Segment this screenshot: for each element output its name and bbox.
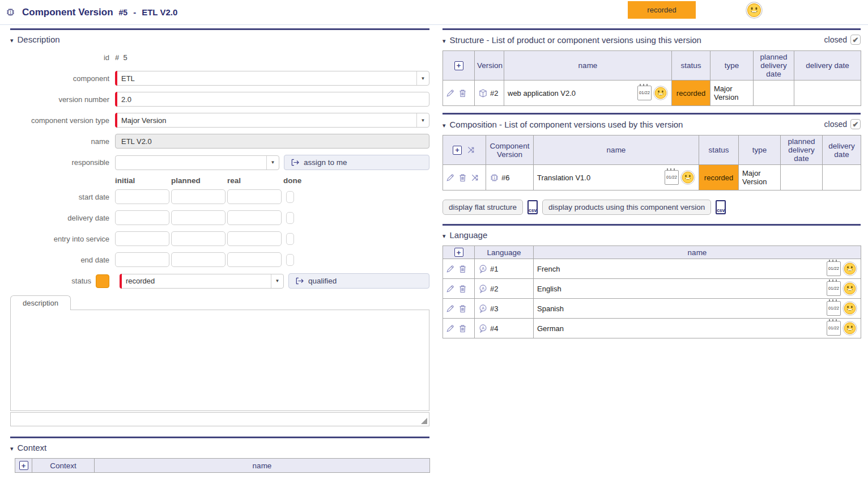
- edit-pencil-icon[interactable]: [445, 88, 455, 98]
- language-name[interactable]: German: [537, 324, 564, 333]
- description-section-header[interactable]: Description: [10, 35, 429, 44]
- component-version-type-combobox[interactable]: Major Version: [115, 113, 429, 128]
- chevron-down-icon[interactable]: [266, 156, 279, 170]
- delivery-date-done-checkbox[interactable]: [286, 212, 294, 224]
- edit-pencil-icon[interactable]: [445, 173, 455, 183]
- entry-into-service-initial-input[interactable]: [115, 231, 169, 246]
- end-date-label: end date: [10, 256, 115, 264]
- version-name[interactable]: web application V2.0: [508, 89, 576, 98]
- version-number[interactable]: #6: [501, 173, 509, 182]
- delete-trash-icon[interactable]: [458, 284, 467, 294]
- structure-status-column: status: [672, 51, 710, 81]
- add-icon[interactable]: [454, 248, 463, 257]
- delivery-date-planned-input[interactable]: [171, 210, 225, 225]
- qualified-button[interactable]: qualified: [288, 273, 429, 289]
- chevron-down-icon[interactable]: [416, 113, 429, 127]
- language-number[interactable]: #4: [490, 324, 498, 333]
- end-date-done-checkbox[interactable]: [286, 254, 294, 266]
- entry-into-service-real-input[interactable]: [227, 231, 282, 246]
- language-number[interactable]: #3: [490, 304, 498, 313]
- language-number[interactable]: #2: [490, 285, 498, 293]
- context-add-header-cell: [15, 459, 32, 473]
- entry-into-service-done-checkbox[interactable]: [286, 233, 294, 245]
- delete-trash-icon[interactable]: [458, 304, 467, 314]
- name-cell: English 01/22: [534, 279, 861, 299]
- row-actions-cell: [443, 299, 475, 319]
- responsible-combobox[interactable]: [115, 155, 279, 170]
- row-actions-cell: [443, 279, 475, 299]
- language-number[interactable]: #1: [490, 265, 498, 273]
- edit-pencil-icon[interactable]: [445, 284, 455, 294]
- add-icon[interactable]: [453, 146, 462, 155]
- table-row: #6 Translation V1.0 01/22 recorded Major…: [443, 165, 861, 190]
- start-date-done-checkbox[interactable]: [286, 191, 294, 203]
- edit-pencil-icon[interactable]: [445, 304, 455, 314]
- structure-section-header[interactable]: Structure - List of product or component…: [442, 35, 861, 45]
- name-value: ETL V2.0: [121, 137, 152, 146]
- component-version-type-row: component version type Major Version: [10, 113, 429, 128]
- composition-closed-checkbox[interactable]: [850, 119, 861, 129]
- delivery-date-initial-input[interactable]: [115, 210, 169, 225]
- edit-pencil-icon[interactable]: [445, 324, 455, 333]
- display-products-button[interactable]: display products using this component ve…: [542, 200, 711, 215]
- delete-trash-icon[interactable]: [458, 88, 467, 98]
- add-icon[interactable]: [19, 461, 28, 470]
- start-date-real-input[interactable]: [227, 189, 282, 204]
- description-textarea[interactable]: [10, 310, 429, 411]
- smiley-icon: [680, 170, 695, 185]
- smiley-icon: [746, 2, 763, 19]
- language-name[interactable]: French: [537, 265, 560, 273]
- end-date-real-input[interactable]: [227, 252, 282, 267]
- structure-add-header-cell: [443, 51, 475, 81]
- add-icon[interactable]: [454, 61, 463, 70]
- start-date-initial-input[interactable]: [115, 189, 169, 204]
- delivery-date-real-input[interactable]: [227, 210, 282, 225]
- composition-section-header[interactable]: Composition - List of component versions…: [442, 119, 861, 129]
- chevron-down-icon[interactable]: [271, 274, 283, 288]
- swap-arrows-icon[interactable]: [466, 145, 476, 155]
- component-combobox[interactable]: ETL: [115, 71, 429, 86]
- right-panel: Structure - List of product or component…: [442, 25, 861, 338]
- end-date-planned-input[interactable]: [171, 252, 225, 267]
- collapse-caret-icon: [10, 443, 18, 452]
- translate-bubble-icon: [478, 304, 488, 314]
- structure-closed-checkbox[interactable]: [850, 35, 861, 45]
- language-name[interactable]: English: [537, 285, 561, 293]
- name-label: name: [10, 137, 115, 146]
- delete-trash-icon[interactable]: [458, 264, 467, 274]
- context-column-header: Context: [32, 459, 95, 473]
- entry-into-service-planned-input[interactable]: [171, 231, 225, 246]
- status-combobox[interactable]: recorded: [120, 274, 284, 289]
- row-actions-cell: [443, 165, 486, 190]
- description-tab[interactable]: description: [10, 295, 71, 310]
- description-resize-bar[interactable]: [10, 412, 429, 426]
- resize-grip-icon[interactable]: [421, 418, 427, 424]
- status-cell: recorded: [699, 165, 739, 190]
- chevron-down-icon[interactable]: [416, 71, 429, 85]
- delete-trash-icon[interactable]: [458, 173, 467, 183]
- display-flat-structure-button[interactable]: display flat structure: [442, 200, 523, 215]
- structure-type-column: type: [710, 51, 754, 81]
- edit-pencil-icon[interactable]: [445, 264, 455, 274]
- version-number-input[interactable]: 2.0: [115, 92, 429, 107]
- language-name[interactable]: Spanish: [537, 304, 564, 313]
- qualified-label: qualified: [308, 277, 337, 285]
- translate-bubble-icon: [478, 264, 488, 274]
- collapse-caret-icon: [442, 230, 450, 240]
- version-name[interactable]: Translation V1.0: [537, 173, 590, 182]
- composition-component-version-column: Component Version: [486, 135, 534, 165]
- csv-export-icon[interactable]: csv: [527, 200, 538, 214]
- version-number[interactable]: #2: [490, 89, 498, 98]
- top-header-bar: Component Version #5 - ETL V2.0 recorded…: [0, 0, 868, 25]
- end-date-initial-input[interactable]: [115, 252, 169, 267]
- start-date-planned-input[interactable]: [171, 189, 225, 204]
- language-section-header[interactable]: Language: [442, 230, 861, 240]
- entity-name: ETL V2.0: [142, 7, 177, 17]
- context-section-header[interactable]: Context: [10, 443, 429, 452]
- row-actions-cell: [443, 81, 475, 106]
- assign-to-me-button[interactable]: assign to me: [284, 155, 429, 170]
- csv-export-icon[interactable]: csv: [716, 200, 726, 214]
- calendar-icon: 01/22: [827, 281, 841, 296]
- delete-trash-icon[interactable]: [458, 324, 467, 333]
- swap-arrows-icon[interactable]: [470, 173, 480, 183]
